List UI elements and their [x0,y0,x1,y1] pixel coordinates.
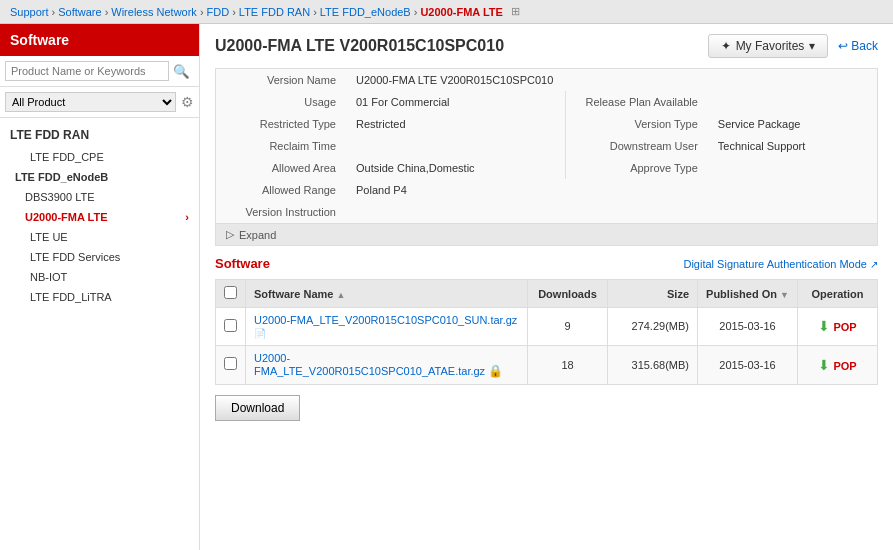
sidebar-title: Software [0,24,199,56]
table-row: U2000-FMA_LTE_V200R015C10SPC010_ATAE.tar… [216,345,878,384]
row2-operation: ⬇ POP [798,345,878,384]
row1-published: 2015-03-16 [698,308,798,346]
row1-checkbox[interactable] [224,319,237,332]
row1-checkbox-cell [216,308,246,346]
col-downloads: Downloads [528,280,608,308]
col-operation: Operation [798,280,878,308]
info-table: Version Name U2000-FMA LTE V200R015C10SP… [215,68,878,246]
reclaim-time-label: Reclaim Time [216,135,346,157]
breadcrumb: Support › Software › Wireless Network › … [0,0,893,24]
row2-checkbox[interactable] [224,357,237,370]
search-button[interactable]: 🔍 [169,62,194,81]
breadcrumb-software[interactable]: Software [58,6,101,18]
sort-icon[interactable]: ▲ [337,290,346,300]
page-title: U2000-FMA LTE V200R015C10SPC010 [215,37,504,55]
version-instruction-value [346,201,877,223]
breadcrumb-lte-enodeb[interactable]: LTE FDD_eNodeB [320,6,411,18]
version-type-label: Version Type [565,113,708,135]
breadcrumb-wireless[interactable]: Wireless Network [111,6,197,18]
row2-lock-icon: 🔒 [488,364,503,378]
title-actions: ✦ My Favorites ▾ ↩ Back [708,34,878,58]
sidebar-item-lte-fdd-litra[interactable]: LTE FDD_LiTRA [0,287,199,307]
select-all-checkbox[interactable] [224,286,237,299]
release-plan-label: Release Plan Available [565,91,708,113]
col-size: Size [608,280,698,308]
copy-icon[interactable]: ⊞ [511,5,520,18]
back-button[interactable]: ↩ Back [838,39,878,53]
page-title-bar: U2000-FMA LTE V200R015C10SPC010 ✦ My Fav… [215,34,878,58]
version-type-value: Service Package [708,113,877,135]
downstream-user-value: Technical Support [708,135,877,157]
row1-operation: ⬇ POP [798,308,878,346]
nav-section: LTE FDD RAN LTE FDD_CPE LTE FDD_eNodeB D… [0,118,199,312]
allowed-area-label: Allowed Area [216,157,346,179]
row1-downloads: 9 [528,308,608,346]
row1-download-icon[interactable]: ⬇ [818,318,830,334]
restricted-type-label: Restricted Type [216,113,346,135]
row2-published: 2015-03-16 [698,345,798,384]
col-name: Software Name ▲ [246,280,528,308]
gear-icon[interactable]: ⚙ [181,94,194,110]
nav-group-lte-fdd-ran: LTE FDD RAN [0,123,199,147]
reclaim-time-value [346,135,565,157]
sidebar-item-u2000-fma[interactable]: U2000-FMA LTE › [0,207,199,227]
sidebar: Software 🔍 All Product ⚙ LTE FDD RAN LTE… [0,24,200,550]
downstream-user-label: Downstream User [565,135,708,157]
allowed-area-value: Outside China,Domestic [346,157,565,179]
row2-downloads: 18 [528,345,608,384]
allowed-range-value: Poland P4 [346,179,877,201]
release-plan-value [708,91,877,113]
row2-filename-cell: U2000-FMA_LTE_V200R015C10SPC010_ATAE.tar… [246,345,528,384]
version-name-value: U2000-FMA LTE V200R015C10SPC010 [346,69,877,91]
software-section-title: Software [215,256,270,271]
table-row: U2000-FMA_LTE_V200R015C10SPC010_SUN.tar.… [216,308,878,346]
row2-pop-link[interactable]: POP [833,360,856,372]
search-input[interactable] [5,61,169,81]
col-published-on: Published On ▼ [698,280,798,308]
breadcrumb-fdd[interactable]: FDD [207,6,230,18]
sidebar-filter: All Product ⚙ [0,87,199,118]
row1-file-link[interactable]: U2000-FMA_LTE_V200R015C10SPC010_SUN.tar.… [254,314,517,326]
digital-sig-link[interactable]: Digital Signature Authentication Mode ↗ [683,258,878,270]
row1-pop-link[interactable]: POP [833,321,856,333]
version-name-label: Version Name [216,69,346,91]
favorites-button[interactable]: ✦ My Favorites ▾ [708,34,829,58]
sidebar-item-lte-ue[interactable]: LTE UE [0,227,199,247]
restricted-type-value: Restricted [346,113,565,135]
approve-type-value [708,157,877,179]
row1-file-icon: 📄 [254,328,266,339]
sidebar-item-dbs3900[interactable]: DBS3900 LTE [0,187,199,207]
download-button[interactable]: Download [215,395,300,421]
row2-download-icon[interactable]: ⬇ [818,357,830,373]
version-instruction-label: Version Instruction [216,201,346,223]
col-checkbox [216,280,246,308]
usage-label: Usage [216,91,346,113]
usage-value: 01 For Commercial [346,91,565,113]
sidebar-search-area: 🔍 [0,56,199,87]
sidebar-item-nb-iot[interactable]: NB-IOT [0,267,199,287]
row2-file-link[interactable]: U2000-FMA_LTE_V200R015C10SPC010_ATAE.tar… [254,352,485,377]
product-filter-select[interactable]: All Product [5,92,176,112]
file-table: Software Name ▲ Downloads Size Published… [215,279,878,385]
row2-checkbox-cell [216,345,246,384]
arrow-icon: › [185,211,189,223]
allowed-range-label: Allowed Range [216,179,346,201]
sidebar-item-lte-fdd-services[interactable]: LTE FDD Services [0,247,199,267]
approve-type-label: Approve Type [565,157,708,179]
row1-size: 274.29(MB) [608,308,698,346]
published-sort-icon[interactable]: ▼ [780,290,789,300]
content-area: U2000-FMA LTE V200R015C10SPC010 ✦ My Fav… [200,24,893,550]
sidebar-item-lte-fdd-cpe[interactable]: LTE FDD_CPE [0,147,199,167]
row1-filename-cell: U2000-FMA_LTE_V200R015C10SPC010_SUN.tar.… [246,308,528,346]
sidebar-item-lte-fdd-enodeb[interactable]: LTE FDD_eNodeB [0,167,199,187]
software-header: Software Digital Signature Authenticatio… [215,256,878,271]
breadcrumb-current: U2000-FMA LTE [420,6,503,18]
back-icon: ↩ [838,39,848,53]
expand-bar[interactable]: ▷ Expand [216,223,877,245]
breadcrumb-lte-fdd-ran[interactable]: LTE FDD RAN [239,6,310,18]
star-icon: ✦ [721,39,731,53]
chevron-down-icon: ▾ [809,39,815,53]
software-section: Software Digital Signature Authenticatio… [215,256,878,421]
breadcrumb-support[interactable]: Support [10,6,49,18]
expand-icon: ▷ [226,228,234,241]
